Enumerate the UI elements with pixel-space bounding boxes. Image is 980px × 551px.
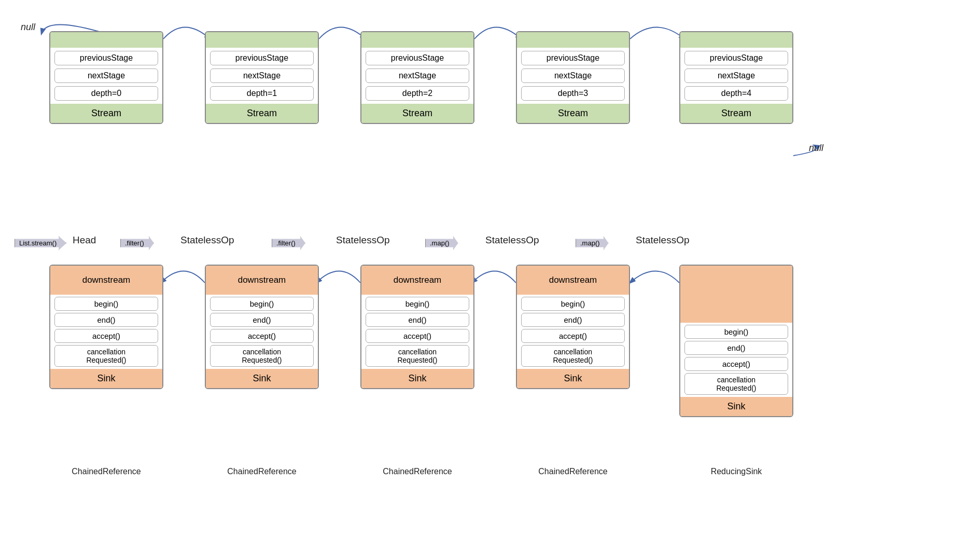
stage-next-1: nextStage — [210, 68, 314, 83]
sink-downstream-0: downstream — [50, 266, 162, 295]
stage-previous-0: previousStage — [54, 51, 158, 65]
stage-box-0: previousStage nextStage depth=0 Stream — [49, 31, 163, 124]
stage-header-2 — [361, 32, 473, 48]
stage-box-4: previousStage nextStage depth=4 Stream — [679, 31, 793, 124]
sink-accept-0: accept() — [54, 329, 158, 343]
sink-type-2: Sink — [361, 369, 473, 388]
sink-begin-0: begin() — [54, 297, 158, 311]
sink-box-3: downstream begin() end() accept() cancel… — [516, 265, 630, 389]
filter-badge-2: .filter() — [272, 236, 305, 250]
sink-begin-2: begin() — [366, 297, 469, 311]
sink-box-0: downstream begin() end() accept() cancel… — [49, 265, 163, 389]
pipeline-statelessop-2: StatelessOp — [336, 235, 390, 246]
stage-next-0: nextStage — [54, 68, 158, 83]
pipeline-statelessop-3: StatelessOp — [485, 235, 539, 246]
sink-cancel-4: cancellationRequested() — [684, 373, 788, 395]
sink-type-0: Sink — [50, 369, 162, 388]
stage-box-2: previousStage nextStage depth=2 Stream — [360, 31, 474, 124]
stage-depth-0: depth=0 — [54, 86, 158, 101]
stage-next-4: nextStage — [684, 68, 788, 83]
stage-previous-2: previousStage — [366, 51, 469, 65]
sink-box-1: downstream begin() end() accept() cancel… — [205, 265, 319, 389]
sink-end-3: end() — [521, 313, 625, 327]
sink-cancel-1: cancellationRequested() — [210, 345, 314, 367]
map-badge-1: .map() — [425, 236, 458, 250]
sink-downstream-1: downstream — [206, 266, 318, 295]
stage-previous-3: previousStage — [521, 51, 625, 65]
pipeline-statelessop-1: StatelessOp — [180, 235, 234, 246]
sink-label-2: ChainedReference — [360, 467, 474, 476]
diagram-container: null null previousStage nextStage depth=… — [0, 0, 980, 551]
stage-previous-4: previousStage — [684, 51, 788, 65]
sink-box-4: begin() end() accept() cancellationReque… — [679, 265, 793, 417]
stage-header-0 — [50, 32, 162, 48]
sink-label-3: ChainedReference — [516, 467, 630, 476]
sink-type-4: Sink — [680, 397, 792, 416]
list-stream-op: List.stream() — [15, 236, 66, 250]
sink-type-1: Sink — [206, 369, 318, 388]
filter-badge-1: .filter() — [120, 236, 154, 250]
sink-end-0: end() — [54, 313, 158, 327]
stage-next-2: nextStage — [366, 68, 469, 83]
sink-label-1: ChainedReference — [205, 467, 319, 476]
sink-cancel-3: cancellationRequested() — [521, 345, 625, 367]
sink-accept-4: accept() — [684, 357, 788, 371]
stage-stream-2: Stream — [361, 104, 473, 123]
stage-stream-1: Stream — [206, 104, 318, 123]
stage-header-1 — [206, 32, 318, 48]
stage-depth-1: depth=1 — [210, 86, 314, 101]
stage-depth-4: depth=4 — [684, 86, 788, 101]
sink-begin-4: begin() — [684, 325, 788, 339]
sink-cancel-2: cancellationRequested() — [366, 345, 469, 367]
list-stream-badge: List.stream() — [15, 236, 66, 250]
pipeline-statelessop-4: StatelessOp — [636, 235, 690, 246]
stage-header-4 — [680, 32, 792, 48]
sink-end-4: end() — [684, 341, 788, 355]
stage-depth-3: depth=3 — [521, 86, 625, 101]
map-op-2: .map() — [576, 236, 609, 250]
stage-box-1: previousStage nextStage depth=1 Stream — [205, 31, 319, 124]
sink-cancel-0: cancellationRequested() — [54, 345, 158, 367]
stage-box-3: previousStage nextStage depth=3 Stream — [516, 31, 630, 124]
sink-label-4: ReducingSink — [679, 467, 793, 476]
stage-stream-3: Stream — [517, 104, 629, 123]
null-label-right: null — [809, 143, 823, 154]
stage-previous-1: previousStage — [210, 51, 314, 65]
sink-downstream-2: downstream — [361, 266, 473, 295]
sink-end-1: end() — [210, 313, 314, 327]
sink-top-orange-4 — [680, 266, 792, 323]
pipeline-head: Head — [73, 235, 96, 246]
sink-accept-2: accept() — [366, 329, 469, 343]
map-op-1: .map() — [425, 236, 458, 250]
stage-next-3: nextStage — [521, 68, 625, 83]
stage-depth-2: depth=2 — [366, 86, 469, 101]
map-badge-2: .map() — [576, 236, 609, 250]
stage-header-3 — [517, 32, 629, 48]
sink-accept-1: accept() — [210, 329, 314, 343]
stage-stream-0: Stream — [50, 104, 162, 123]
sink-begin-3: begin() — [521, 297, 625, 311]
sink-begin-1: begin() — [210, 297, 314, 311]
sink-box-2: downstream begin() end() accept() cancel… — [360, 265, 474, 389]
stage-stream-4: Stream — [680, 104, 792, 123]
null-label-left: null — [21, 22, 35, 33]
sink-accept-3: accept() — [521, 329, 625, 343]
sink-downstream-3: downstream — [517, 266, 629, 295]
sink-type-3: Sink — [517, 369, 629, 388]
filter-op-1: .filter() — [120, 236, 154, 250]
filter-op-2: .filter() — [272, 236, 305, 250]
sink-end-2: end() — [366, 313, 469, 327]
sink-label-0: ChainedReference — [49, 467, 163, 476]
